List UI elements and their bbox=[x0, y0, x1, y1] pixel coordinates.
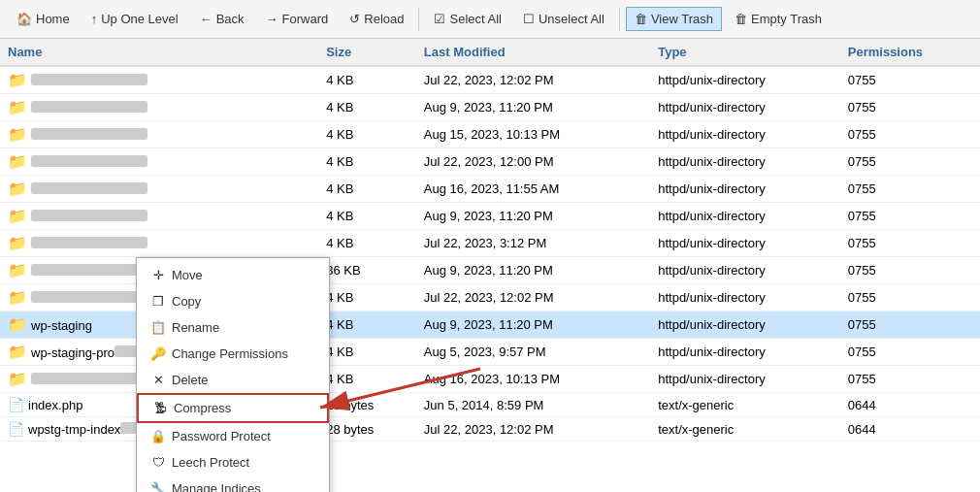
folder-icon: 📁 bbox=[8, 371, 27, 387]
empty-trash-button[interactable]: 🗑 Empty Trash bbox=[726, 7, 831, 31]
file-name-cell: 📁 bbox=[0, 148, 318, 176]
col-size[interactable]: Size bbox=[318, 39, 416, 66]
file-size-cell: 4 KB bbox=[318, 203, 416, 230]
file-type-cell: httpd/unix-directory bbox=[650, 203, 840, 230]
file-type-cell: httpd/unix-directory bbox=[650, 339, 840, 366]
file-modified-cell: Jul 22, 2023, 12:02 PM bbox=[416, 284, 650, 312]
blurred-name bbox=[31, 373, 147, 384]
unselect-all-button[interactable]: ☐ Unselect All bbox=[514, 7, 613, 31]
name-label: index.php bbox=[28, 398, 82, 412]
file-perms-cell: 0755 bbox=[840, 148, 980, 176]
file-modified-cell: Jul 22, 2023, 12:02 PM bbox=[416, 66, 650, 94]
name-label: wp-staging bbox=[31, 318, 92, 333]
folder-icon: 📁 bbox=[8, 235, 27, 251]
file-perms-cell: 0755 bbox=[840, 176, 980, 203]
name-label: wp-staging-pro bbox=[31, 345, 114, 360]
col-name[interactable]: Name bbox=[0, 39, 318, 66]
file-modified-cell: Aug 16, 2023, 10:13 PM bbox=[416, 366, 650, 393]
context-menu-item-compress[interactable]: 🗜Compress bbox=[137, 393, 329, 423]
folder-icon: 📁 bbox=[8, 153, 27, 170]
file-type-cell: text/x-generic bbox=[650, 417, 840, 442]
reload-button[interactable]: ↺ Reload bbox=[341, 7, 412, 31]
blurred-name bbox=[31, 74, 147, 85]
context-menu-label: Move bbox=[172, 268, 203, 282]
select-all-button[interactable]: ☑ Select All bbox=[425, 7, 509, 31]
file-type-cell: httpd/unix-directory bbox=[650, 284, 840, 312]
table-row[interactable]: 📁4 KBAug 9, 2023, 11:20 PMhttpd/unix-dir… bbox=[0, 94, 980, 121]
divider bbox=[418, 8, 419, 31]
file-perms-cell: 0755 bbox=[840, 66, 980, 94]
context-menu-item-password-protect[interactable]: 🔒Password Protect bbox=[137, 423, 329, 449]
folder-icon: 📁 bbox=[8, 316, 27, 333]
view-trash-button[interactable]: 🗑 View Trash bbox=[626, 7, 722, 31]
file-type-cell: httpd/unix-directory bbox=[650, 66, 840, 94]
file-type-cell: httpd/unix-directory bbox=[650, 121, 840, 148]
context-menu-item-change-permissions[interactable]: 🔑Change Permissions bbox=[137, 341, 329, 367]
table-row[interactable]: 📁4 KBAug 9, 2023, 11:20 PMhttpd/unix-dir… bbox=[0, 203, 980, 230]
file-perms-cell: 0755 bbox=[840, 121, 980, 148]
delete-icon: ✕ bbox=[150, 373, 166, 387]
context-menu-item-rename[interactable]: 📋Rename bbox=[137, 314, 329, 341]
blurred-name bbox=[31, 155, 147, 167]
context-menu-item-delete[interactable]: ✕Delete bbox=[137, 367, 329, 393]
select-all-icon: ☑ bbox=[434, 12, 445, 26]
file-perms-cell: 0755 bbox=[840, 230, 980, 257]
table-row[interactable]: 📁4 KBAug 15, 2023, 10:13 PMhttpd/unix-di… bbox=[0, 121, 980, 148]
file-perms-cell: 0644 bbox=[840, 393, 980, 417]
folder-icon: 📁 bbox=[8, 262, 27, 279]
file-modified-cell: Aug 9, 2023, 11:20 PM bbox=[416, 257, 650, 284]
file-perms-cell: 0755 bbox=[840, 366, 980, 393]
file-size-cell: 4 KB bbox=[318, 284, 416, 312]
table-row[interactable]: 📁4 KBJul 22, 2023, 12:02 PMhttpd/unix-di… bbox=[0, 66, 980, 94]
home-button[interactable]: 🏠 Home bbox=[8, 7, 79, 31]
up-one-level-button[interactable]: ↑ Up One Level bbox=[82, 7, 187, 31]
file-size-cell: 4 KB bbox=[318, 230, 416, 257]
blurred-name bbox=[31, 101, 147, 113]
file-perms-cell: 0755 bbox=[840, 284, 980, 312]
context-menu-item-manage-indices[interactable]: 🔧Manage Indices bbox=[137, 476, 329, 492]
file-modified-cell: Jul 22, 2023, 3:12 PM bbox=[416, 230, 650, 257]
file-size-cell: 36 KB bbox=[318, 257, 416, 284]
folder-icon: 📁 bbox=[8, 99, 27, 115]
file-size-cell: 4 KB bbox=[318, 121, 416, 148]
divider2 bbox=[619, 8, 620, 31]
col-permissions[interactable]: Permissions bbox=[840, 39, 980, 66]
context-menu: ✛Move❐Copy📋Rename🔑Change Permissions✕Del… bbox=[136, 257, 330, 492]
file-perms-cell: 0755 bbox=[840, 312, 980, 339]
folder-icon: 📁 bbox=[8, 289, 27, 306]
file-size-cell: 4 KB bbox=[318, 366, 416, 393]
blurred-name bbox=[31, 182, 147, 194]
file-type-cell: httpd/unix-directory bbox=[650, 366, 840, 393]
manage-indices-icon: 🔧 bbox=[150, 481, 166, 492]
back-button[interactable]: ← Back bbox=[191, 7, 253, 31]
file-name-cell: 📁 bbox=[0, 121, 318, 148]
context-menu-label: Change Permissions bbox=[172, 346, 288, 361]
file-size-cell: 28 bytes bbox=[318, 417, 416, 442]
file-modified-cell: Jul 22, 2023, 12:02 PM bbox=[416, 417, 650, 442]
file-icon: 📄 bbox=[8, 421, 24, 437]
leech-protect-icon: 🛡 bbox=[150, 455, 166, 470]
context-menu-item-copy[interactable]: ❐Copy bbox=[137, 288, 329, 314]
name-label: wpstg-tmp-index bbox=[28, 422, 120, 437]
file-type-cell: httpd/unix-directory bbox=[650, 312, 840, 339]
col-modified[interactable]: Last Modified bbox=[416, 39, 650, 66]
file-name-cell: 📁 bbox=[0, 176, 318, 203]
table-row[interactable]: 📁4 KBJul 22, 2023, 3:12 PMhttpd/unix-dir… bbox=[0, 230, 980, 257]
context-menu-item-leech-protect[interactable]: 🛡Leech Protect bbox=[137, 449, 329, 476]
table-row[interactable]: 📁4 KBJul 22, 2023, 12:00 PMhttpd/unix-di… bbox=[0, 148, 980, 176]
file-type-cell: httpd/unix-directory bbox=[650, 94, 840, 121]
file-type-cell: httpd/unix-directory bbox=[650, 257, 840, 284]
view-trash-icon: 🗑 bbox=[635, 12, 647, 26]
unselect-all-icon: ☐ bbox=[523, 12, 535, 26]
file-perms-cell: 0644 bbox=[840, 417, 980, 442]
file-type-cell: httpd/unix-directory bbox=[650, 148, 840, 176]
col-type[interactable]: Type bbox=[650, 39, 840, 66]
table-row[interactable]: 📁4 KBAug 16, 2023, 11:55 AMhttpd/unix-di… bbox=[0, 176, 980, 203]
file-name-cell: 📁 bbox=[0, 66, 318, 94]
forward-button[interactable]: → Forward bbox=[257, 7, 338, 31]
home-icon: 🏠 bbox=[16, 12, 32, 26]
file-size-cell: 28 bytes bbox=[318, 393, 416, 417]
move-icon: ✛ bbox=[150, 268, 166, 282]
context-menu-item-move[interactable]: ✛Move bbox=[137, 262, 329, 288]
file-modified-cell: Aug 16, 2023, 11:55 AM bbox=[416, 176, 650, 203]
